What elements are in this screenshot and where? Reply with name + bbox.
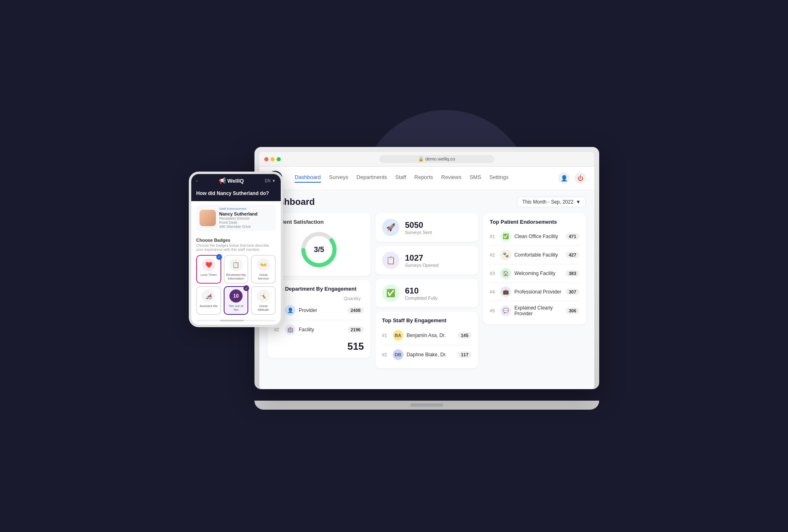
laptop-screen: 🔒 demo.welliq.co 📢 Dashboard Surveys Dep… — [259, 152, 594, 389]
nav-item-surveys[interactable]: Surveys — [329, 174, 348, 183]
endorsement-icon-4: 💼 — [500, 287, 511, 297]
surveys-opened-label: Surveys Opened — [405, 263, 439, 268]
badge-icon-ten: 10 — [229, 289, 243, 303]
badge-love-them[interactable]: ✓ ❤️ Love Them — [196, 255, 221, 284]
endorsement-icon-2: 🐾 — [500, 250, 511, 260]
mobile-logo: 📢 WellIQ — [219, 177, 244, 184]
endorsement-row-1: #1 ✅ Clean Office Facility 471 — [490, 229, 580, 244]
dept-engagement-title: Top Department By Engagement — [274, 286, 364, 292]
donut-area: 3/5 — [274, 229, 364, 270]
endorsement-label-4: Professional Provider — [514, 289, 562, 295]
staff-info: Staff Endorsement Nancy Sutherland Recep… — [219, 207, 258, 229]
staff-rank-2: #2 — [382, 352, 389, 357]
badge-label-service: Great Service — [253, 273, 273, 280]
browser-chrome: 🔒 demo.welliq.co — [259, 152, 594, 167]
badge-assisted[interactable]: 🦽 Assisted Me — [196, 286, 221, 315]
completed-value: 610 — [405, 286, 438, 296]
badge-icon-service: 👐 — [257, 258, 270, 271]
dept-label-1: Provider — [299, 307, 344, 313]
staff-card-inner: Staff Endorsement Nancy Sutherland Recep… — [196, 204, 276, 231]
browser-traffic-lights — [264, 157, 281, 161]
endorsement-row-4: #4 💼 Professional Provider 307 — [490, 284, 580, 299]
middle-column: 🚀 5050 Surveys Sent 📋 1027 Surveys Opene… — [376, 213, 479, 368]
endorsement-row-5: #5 💬 Explained Clearly Provider 306 — [490, 303, 580, 319]
dept-label-2: Facility — [299, 327, 344, 332]
nav-item-reports[interactable]: Reports — [415, 174, 433, 183]
mobile-scroll-indicator — [196, 320, 276, 321]
staff-address: 490 Sheridan Drive — [219, 225, 258, 229]
nav-right: 👤 ⏻ — [558, 172, 586, 184]
staff-rank-1: #1 — [382, 333, 389, 338]
badge-label-ten: Ten out of Ten — [226, 304, 246, 312]
mobile-scroll-thumb — [220, 320, 244, 321]
dept-rank-2: #2 — [274, 327, 282, 332]
endorsement-row-2: #2 🐾 Comfortable Facility 427 — [490, 248, 580, 262]
badges-title: Choose Badges — [196, 238, 276, 243]
quantity-header: Quantity — [274, 296, 364, 301]
mobile-phone: ‹ 📢 WellIQ EN ▼ How did Nancy Sutherland… — [189, 172, 283, 327]
staff-value-1: 145 — [458, 332, 472, 339]
surveys-sent-value: 5050 — [405, 220, 432, 230]
dot-green[interactable] — [277, 157, 281, 161]
endorsement-rank-3: #3 — [490, 271, 497, 276]
badges-grid: ✓ ❤️ Love Them 📋 Reviewed My Information… — [196, 255, 276, 315]
badge-reviewed[interactable]: 📋 Reviewed My Information — [224, 255, 249, 284]
address-bar[interactable]: 🔒 demo.welliq.co — [379, 155, 494, 163]
nav-item-reviews[interactable]: Reviews — [441, 174, 461, 183]
surveys-opened-value: 1027 — [405, 253, 439, 263]
dot-yellow[interactable] — [270, 157, 275, 161]
mobile-back-icon[interactable]: ‹ — [196, 178, 198, 183]
endorsement-rank-2: #2 — [490, 252, 497, 257]
dept-value-2: 2196 — [347, 326, 364, 333]
surveys-opened-icon: 📋 — [382, 252, 399, 269]
badge-icon-reviewed: 📋 — [229, 258, 243, 271]
endorsement-row-3: #3 🏠 Welcoming Facility 383 — [490, 266, 580, 281]
dept-value-1: 2408 — [347, 307, 364, 314]
badge-icon-assisted: 🦽 — [202, 289, 215, 303]
completed-label: Completed Fully — [405, 296, 438, 300]
endorsement-rank-5: #5 — [490, 308, 497, 313]
mobile-question: How did Nancy Sutherland do? — [191, 187, 281, 201]
nav-item-staff[interactable]: Staff — [395, 174, 406, 183]
donut-score: 3/5 — [314, 245, 324, 254]
laptop-frame: 🔒 demo.welliq.co 📢 Dashboard Surveys Dep… — [254, 147, 599, 389]
satisfaction-title: Patient Satisfaction — [274, 219, 364, 225]
nav-item-settings[interactable]: Settings — [489, 174, 509, 183]
nav-item-dashboard[interactable]: Dashboard — [295, 174, 321, 183]
page-header: Dashboard This Month - Sep, 2022 ▼ — [268, 197, 586, 207]
badges-section: Choose Badges Choose the badges below th… — [191, 234, 281, 318]
staff-name: Nancy Sutherland — [219, 211, 258, 216]
user-icon-button[interactable]: 👤 — [558, 172, 570, 184]
nav-item-departments[interactable]: Departments — [357, 174, 387, 183]
dashboard-grid: Patient Satisfaction 3/5 Top Department … — [268, 213, 586, 368]
mobile-header: ‹ 📢 WellIQ EN ▼ — [191, 174, 281, 187]
badge-great-service[interactable]: 👐 Great Service — [251, 255, 276, 284]
endorsements-card: Top Patient Endorsements #1 ✅ Clean Offi… — [483, 213, 586, 324]
laptop-notch — [410, 404, 443, 407]
badge-great-attitude[interactable]: 🤸 Great Attitude — [251, 286, 276, 315]
endorsement-label-3: Welcoming Facility — [514, 271, 562, 276]
staff-avatar-1: BA — [393, 330, 403, 341]
staff-title: Reception Director — [219, 216, 258, 220]
engagement-total: 515 — [274, 341, 364, 352]
dot-red[interactable] — [264, 157, 268, 161]
power-icon-button[interactable]: ⏻ — [575, 172, 586, 184]
right-column: Top Patient Endorsements #1 ✅ Clean Offi… — [483, 213, 586, 368]
mobile-lang[interactable]: EN ▼ — [265, 179, 276, 183]
chevron-down-icon: ▼ — [576, 199, 581, 205]
staff-photo — [199, 210, 216, 226]
nav-item-sms[interactable]: SMS — [470, 174, 481, 183]
badge-ten-out-of-ten[interactable]: ✓ 10 Ten out of Ten — [224, 286, 249, 315]
staff-dept: Front Desk — [219, 220, 258, 225]
dept-row-2: #2 🏥 Facility 2196 — [274, 322, 364, 337]
dept-row-1: #1 👤 Provider 2408 — [274, 303, 364, 318]
completed-info: 610 Completed Fully — [405, 286, 438, 300]
endorsement-value-1: 471 — [566, 233, 580, 240]
date-filter[interactable]: This Month - Sep, 2022 ▼ — [517, 197, 586, 207]
app-nav: 📢 Dashboard Surveys Departments Staff Re… — [259, 167, 594, 190]
badge-icon-attitude: 🤸 — [257, 289, 270, 303]
endorsements-title: Top Patient Endorsements — [490, 219, 580, 225]
endorsement-value-5: 306 — [566, 307, 580, 314]
staff-avatar-2: DB — [393, 349, 403, 360]
endorsement-label-2: Comfortable Facility — [514, 252, 562, 258]
